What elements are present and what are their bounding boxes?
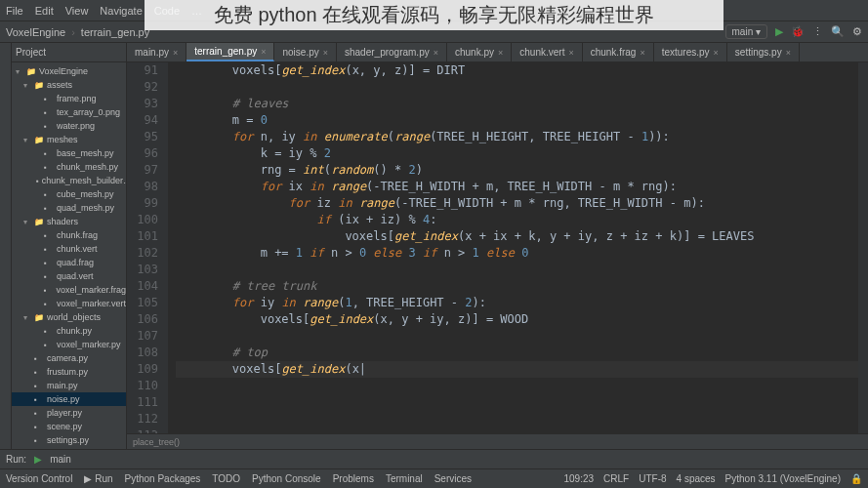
tree-item[interactable]: ▪camera.py: [12, 351, 126, 365]
editor-breadcrumb[interactable]: place_tree(): [127, 433, 868, 449]
chevron-icon: ›: [71, 26, 75, 38]
tool-python-packages[interactable]: Python Packages: [125, 473, 201, 484]
tree-item[interactable]: ▪voxel_marker.frag: [12, 283, 126, 297]
tree-item[interactable]: ▾📁assets: [12, 78, 126, 92]
tool-terminal[interactable]: Terminal: [386, 473, 423, 484]
close-icon[interactable]: ×: [434, 48, 438, 58]
tab[interactable]: textures.py×: [654, 43, 727, 61]
indent[interactable]: 4 spaces: [677, 473, 716, 484]
status-bar: Version Control▶ RunPython PackagesTODOP…: [0, 468, 868, 488]
project-panel-header[interactable]: Project: [12, 43, 126, 62]
tree-item[interactable]: ▪base_mesh.py: [12, 146, 126, 160]
line-gutter: 9192939495969798991001011021031041051061…: [127, 62, 168, 433]
tool-todo[interactable]: TODO: [212, 473, 240, 484]
tree-item[interactable]: ▪player.py: [12, 406, 126, 420]
promo-banner: 免费 python 在线观看源码，畅享无限精彩编程世界: [145, 0, 723, 30]
tab[interactable]: chunk.vert×: [512, 43, 582, 61]
tree-item[interactable]: ▪voxel_marker.vert: [12, 297, 126, 310]
code-content[interactable]: voxels[get_index(x, y, z)] = DIRT # leav…: [168, 62, 858, 433]
tree-item[interactable]: ▪frame.png: [12, 92, 126, 105]
tab[interactable]: terrain_gen.py×: [186, 43, 274, 61]
settings-icon[interactable]: ⚙: [852, 25, 862, 38]
menu-edit[interactable]: Edit: [35, 5, 54, 17]
tree-item[interactable]: ▪shader_program.py: [12, 447, 126, 449]
tree-item[interactable]: ▪scene.py: [12, 420, 126, 433]
tree-item[interactable]: ▪chunk.py: [12, 324, 126, 338]
tool-python-console[interactable]: Python Console: [252, 473, 321, 484]
tree-item[interactable]: ▾📁meshes: [12, 133, 126, 146]
close-icon[interactable]: ×: [323, 48, 328, 58]
close-icon[interactable]: ×: [568, 48, 573, 58]
project-tree[interactable]: Project ▾📁VoxelEngine▾📁assets▪frame.png▪…: [12, 43, 127, 449]
tree-item[interactable]: ▪main.py: [12, 379, 126, 392]
search-icon[interactable]: 🔍: [831, 25, 845, 38]
menu-file[interactable]: File: [6, 5, 23, 17]
close-icon[interactable]: ×: [261, 47, 266, 57]
run-config[interactable]: main: [50, 454, 71, 465]
tree-item[interactable]: ▪chunk_mesh.py: [12, 160, 126, 174]
tab[interactable]: noise.py×: [274, 43, 337, 61]
tool-problems[interactable]: Problems: [333, 473, 374, 484]
run-label: Run:: [6, 454, 26, 465]
tree-item[interactable]: ▪noise.py: [12, 392, 126, 406]
tree-item[interactable]: ▪frustum.py: [12, 365, 126, 379]
editor-tabs: main.py×terrain_gen.py×noise.py×shader_p…: [127, 43, 868, 62]
scrollbar-track[interactable]: [858, 62, 868, 433]
tab[interactable]: settings.py×: [727, 43, 800, 61]
project-panel-title: Project: [16, 47, 46, 58]
tool-run[interactable]: ▶ Run: [84, 473, 112, 484]
encoding[interactable]: UTF-8: [639, 473, 666, 484]
project-name: VoxelEngine: [6, 26, 65, 38]
tree-item[interactable]: ▪chunk.frag: [12, 228, 126, 242]
debug-icon[interactable]: 🐞: [791, 25, 805, 38]
tree-item[interactable]: ▪quad.frag: [12, 256, 126, 269]
tree-item[interactable]: ▪voxel_marker.py: [12, 338, 126, 351]
close-icon[interactable]: ×: [640, 48, 644, 58]
run-play-icon[interactable]: ▶: [34, 454, 42, 465]
git-branch[interactable]: main ▾: [725, 24, 767, 39]
close-icon[interactable]: ×: [173, 48, 178, 58]
left-tool-stripe[interactable]: [0, 43, 12, 449]
close-icon[interactable]: ×: [786, 48, 791, 58]
tool-version-control[interactable]: Version Control: [6, 473, 72, 484]
close-icon[interactable]: ×: [498, 48, 503, 58]
menu-navigate[interactable]: Navigate: [100, 5, 142, 17]
more-icon[interactable]: ⋮: [812, 25, 823, 38]
tab[interactable]: chunk.frag×: [583, 43, 654, 61]
run-icon[interactable]: ▶: [775, 25, 783, 38]
tab[interactable]: shader_program.py×: [337, 43, 447, 61]
caret-position[interactable]: 109:23: [563, 473, 594, 484]
menu-view[interactable]: View: [65, 5, 89, 17]
tree-item[interactable]: ▪tex_array_0.png: [12, 105, 126, 119]
run-toolbar: Run: ▶ main: [0, 449, 868, 468]
line-separator[interactable]: CRLF: [603, 473, 629, 484]
tree-item[interactable]: ▪quad.vert: [12, 269, 126, 283]
tree-item[interactable]: ▪cube_mesh.py: [12, 187, 126, 201]
tree-item[interactable]: ▾📁world_objects: [12, 310, 126, 324]
tree-item[interactable]: ▪chunk_mesh_builder…: [12, 174, 126, 187]
tree-root[interactable]: ▾📁VoxelEngine: [12, 64, 126, 78]
lock-icon[interactable]: 🔒: [850, 473, 862, 484]
tree-item[interactable]: ▪water.png: [12, 119, 126, 133]
code-editor[interactable]: 9192939495969798991001011021031041051061…: [127, 62, 868, 433]
interpreter[interactable]: Python 3.11 (VoxelEngine): [725, 473, 841, 484]
close-icon[interactable]: ×: [714, 48, 719, 58]
tree-item[interactable]: ▪quad_mesh.py: [12, 201, 126, 215]
tree-item[interactable]: ▾📁shaders: [12, 215, 126, 228]
tab[interactable]: main.py×: [127, 43, 186, 61]
tree-item[interactable]: ▪chunk.vert: [12, 242, 126, 256]
tree-item[interactable]: ▪settings.py: [12, 433, 126, 447]
current-file: terrain_gen.py: [81, 26, 149, 38]
tab[interactable]: chunk.py×: [447, 43, 512, 61]
tool-services[interactable]: Services: [434, 473, 472, 484]
